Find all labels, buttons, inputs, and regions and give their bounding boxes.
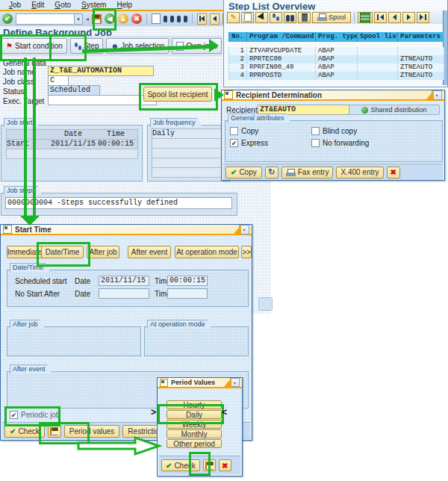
- select-step-icon[interactable]: [255, 12, 268, 23]
- find-icon[interactable]: [164, 16, 174, 22]
- save-button[interactable]: [203, 459, 216, 471]
- print-icon[interactable]: [152, 13, 161, 24]
- copy-button[interactable]: ✔Copy: [225, 167, 262, 179]
- display-step-icon[interactable]: [284, 12, 296, 23]
- hourly-button[interactable]: Hourly: [167, 400, 222, 409]
- express-checkbox[interactable]: [230, 139, 238, 147]
- previous-row-icon[interactable]: [388, 12, 401, 23]
- table-row[interactable]: 3RPRFIN00_40ABAPZTNEAUTO: [228, 63, 444, 72]
- job-class-field[interactable]: C: [48, 75, 69, 86]
- start-date-row[interactable]: Start date2011/11/1500:00:15: [6, 139, 138, 149]
- delete-step-icon[interactable]: [298, 12, 311, 23]
- general-attributes-group: General attributes Copy Blind copy Expre…: [225, 120, 443, 162]
- previous-page-icon[interactable]: [210, 13, 220, 25]
- enter-icon[interactable]: ✔: [2, 13, 13, 24]
- date-column-header: Date: [50, 130, 96, 139]
- command-field[interactable]: ▾: [16, 13, 83, 25]
- date-time-button[interactable]: Date/Time: [41, 246, 84, 258]
- after-event-button[interactable]: After event: [128, 246, 171, 258]
- blind-copy-checkbox[interactable]: [311, 127, 320, 135]
- more-conditions-button[interactable]: >>: [241, 246, 252, 258]
- cancel-button[interactable]: ✖: [219, 459, 231, 471]
- table-row[interactable]: 1ZTVARVCUPDATEABAP: [228, 47, 444, 55]
- after-job-button[interactable]: After job: [87, 246, 119, 258]
- spool-list-recipient-button[interactable]: Spool list recipient: [143, 87, 212, 102]
- no-start-time-field[interactable]: [167, 288, 208, 299]
- cancel-icon[interactable]: ✖: [131, 13, 142, 24]
- menu-goto[interactable]: Goto: [55, 1, 71, 9]
- exit-icon[interactable]: ▲: [118, 13, 128, 24]
- period-values-dialog: Period Values ▪ Hourly Daily Weekly Mont…: [157, 377, 243, 477]
- exec-target-field[interactable]: [48, 95, 157, 105]
- back-icon[interactable]: ◀: [105, 13, 115, 24]
- own-jobs-button[interactable]: Own jobs: [172, 38, 222, 54]
- save-icon[interactable]: [92, 14, 102, 24]
- express-checkbox-row[interactable]: Express: [230, 139, 268, 147]
- periodic-job-checkbox[interactable]: [10, 411, 18, 419]
- first-row-icon[interactable]: [374, 12, 387, 23]
- first-page-icon[interactable]: [197, 13, 207, 25]
- check-button[interactable]: ✔Check: [161, 459, 200, 471]
- scheduled-date-field[interactable]: 2011/11/15: [99, 276, 149, 286]
- next-row-icon[interactable]: [402, 12, 415, 23]
- collapse-icon[interactable]: ◂: [86, 16, 89, 22]
- recipient-dialog-titlebar[interactable]: Recipient Determination ▪: [222, 90, 444, 101]
- other-period-button[interactable]: Other period: [167, 439, 222, 448]
- job-frequency-group-label: Job frequency: [150, 118, 202, 127]
- header-prog-type: Prog. type: [315, 32, 357, 42]
- table-view-icon[interactable]: [358, 12, 373, 23]
- job-name-field[interactable]: Z_T&E_AUTOMATION: [48, 66, 154, 76]
- scheduled-time-field[interactable]: 00:00:15: [167, 276, 208, 286]
- copy-checkbox-label: Copy: [241, 127, 258, 135]
- blind-copy-checkbox-row[interactable]: Blind copy: [311, 127, 357, 135]
- move-step-icon[interactable]: [270, 12, 282, 23]
- check-icon: ✔: [231, 168, 237, 176]
- cancel-button[interactable]: ✖: [387, 167, 400, 179]
- find-next-icon[interactable]: [177, 16, 187, 22]
- toolbar-separator: [354, 12, 355, 22]
- at-operation-mode-button[interactable]: At operation mode: [175, 246, 239, 258]
- spool-button[interactable]: Spool: [312, 12, 351, 23]
- daily-button[interactable]: Daily: [167, 410, 222, 419]
- table-row[interactable]: 4RPRPOSTDABAPZTNEAUTO: [228, 72, 444, 80]
- table-row[interactable]: 2RPRTEC00ABAPZTNEAUTO: [228, 55, 444, 63]
- job-frequency-empty-row: [152, 158, 226, 168]
- immediate-button[interactable]: Immediate: [7, 246, 43, 258]
- no-start-date-field[interactable]: [99, 288, 149, 299]
- scheduled-start-label: Scheduled start: [15, 277, 67, 285]
- menu-edit[interactable]: Edit: [31, 1, 44, 9]
- period-values-titlebar[interactable]: Period Values ▪: [158, 378, 242, 388]
- express-checkbox-label: Express: [241, 139, 268, 147]
- start-condition-button[interactable]: ⚑Start condition: [1, 38, 67, 54]
- recipient-dialog-title: Recipient Determination: [236, 91, 322, 99]
- last-row-icon[interactable]: [417, 12, 429, 23]
- copy-checkbox[interactable]: [230, 127, 238, 135]
- step-button[interactable]: Step: [70, 38, 104, 54]
- fax-entry-button[interactable]: Fax entry: [281, 167, 334, 179]
- recipient-field[interactable]: ZT&EAUTO: [258, 105, 350, 115]
- edit-icon[interactable]: ✎: [227, 12, 240, 23]
- flag-icon: ⚑: [6, 42, 13, 50]
- menu-help[interactable]: Help: [116, 1, 132, 9]
- no-forwarding-checkbox[interactable]: [311, 139, 320, 147]
- x400-entry-button[interactable]: X.400 entry: [336, 167, 383, 179]
- menu-system[interactable]: System: [81, 1, 106, 9]
- distribution-icon: [361, 107, 368, 114]
- weekly-button[interactable]: Weekly: [167, 420, 222, 429]
- start-time-titlebar[interactable]: Start Time ▪: [1, 225, 252, 235]
- time-column-header: Time: [96, 130, 135, 139]
- refresh-button[interactable]: ↻: [265, 167, 279, 179]
- no-forwarding-checkbox-row[interactable]: No forwarding: [311, 139, 369, 147]
- printer-icon: [286, 169, 296, 176]
- check-button[interactable]: ✔Check: [4, 425, 45, 438]
- shared-distribution-button[interactable]: Shared distribution: [349, 105, 440, 115]
- monthly-button[interactable]: Monthly: [167, 429, 222, 438]
- command-dropdown-icon[interactable]: ▾: [74, 14, 82, 24]
- recipient-dialog-buttonbar: ✔Copy ↻ Fax entry X.400 entry ✖: [223, 164, 443, 180]
- periodic-job-checkbox-row[interactable]: Periodic job: [10, 411, 60, 419]
- save-button[interactable]: [48, 425, 61, 438]
- menu-job[interactable]: Job: [9, 1, 21, 9]
- copy-checkbox-row[interactable]: Copy: [230, 127, 258, 135]
- create-step-icon[interactable]: [241, 12, 254, 23]
- job-selection-button[interactable]: ☻Job selection: [106, 38, 169, 54]
